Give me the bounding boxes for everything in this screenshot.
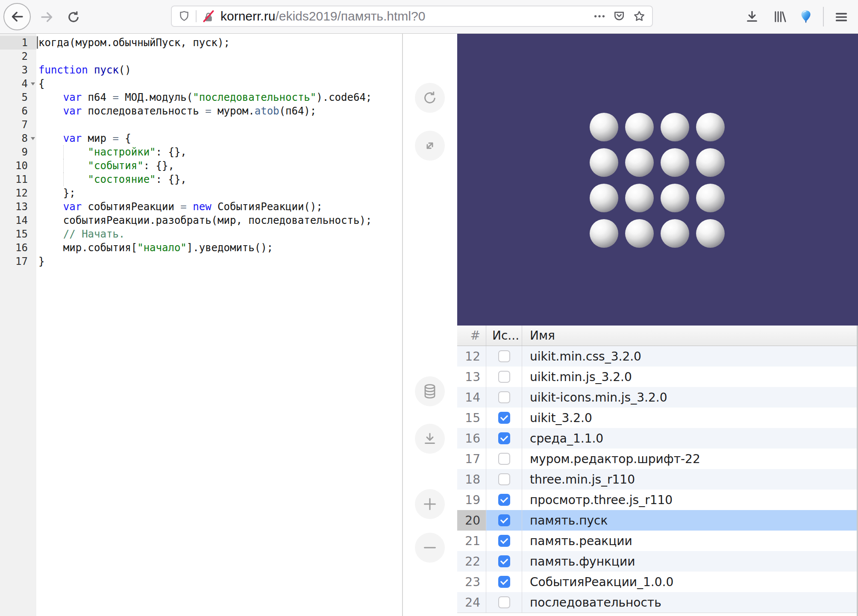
shield-icon[interactable] [178, 10, 191, 23]
checkbox-checked[interactable] [498, 412, 510, 424]
code-line[interactable] [36, 50, 402, 63]
gutter-line-number[interactable]: 7 [0, 118, 36, 132]
code-editor[interactable]: 1234567891011121314151617 когда(муром.об… [0, 34, 402, 616]
file-name: uikit.min.css_3.2.0 [522, 346, 858, 367]
code-line[interactable]: var последовательность = муром.atob(п64)… [36, 104, 402, 118]
code-line[interactable]: var мир = { [36, 132, 402, 145]
add-button[interactable] [415, 489, 445, 519]
gutter-line-number[interactable]: 17 [0, 255, 36, 268]
checkbox-unchecked[interactable] [498, 453, 510, 465]
gutter-line-number[interactable]: 13 [0, 200, 36, 214]
minus-icon [421, 539, 438, 556]
gutter-line-number[interactable]: 4 [0, 77, 36, 91]
code-token: (п64); [279, 105, 317, 117]
forward-button[interactable] [39, 9, 55, 25]
database-button[interactable] [415, 376, 445, 406]
table-row[interactable]: 24последовательность [457, 592, 858, 613]
url-bar[interactable]: kornerr.ru/ekids2019/память.html?0 [171, 6, 653, 27]
gutter-line-number[interactable]: 12 [0, 186, 36, 200]
table-row[interactable]: 12uikit.min.css_3.2.0 [457, 346, 858, 367]
table-row[interactable]: 17муром.редактор.шрифт-22 [457, 449, 858, 469]
code-line[interactable]: function пуск() [36, 63, 402, 77]
checkbox-checked[interactable] [498, 432, 510, 444]
gutter-line-number[interactable]: 5 [0, 91, 36, 104]
gutter-line-number[interactable]: 10 [0, 159, 36, 173]
gutter-line-number[interactable]: 16 [0, 241, 36, 255]
code-line[interactable]: событияРеакции.разобрать(мир, последоват… [36, 214, 402, 227]
checkbox-unchecked[interactable] [498, 371, 510, 383]
code-line[interactable]: var п64 = МОД.модуль("последовательность… [36, 91, 402, 104]
code-line[interactable] [36, 118, 402, 132]
table-row[interactable]: 15uikit_3.2.0 [457, 408, 858, 428]
gutter-line-number[interactable]: 8 [0, 132, 36, 145]
code-token: { [119, 132, 131, 144]
code-line[interactable]: // Начать. [36, 227, 402, 241]
code-token [38, 201, 63, 213]
table-row[interactable]: 23СобытияРеакции_1.0.0 [457, 572, 858, 592]
back-button[interactable] [3, 3, 31, 30]
checkbox-checked[interactable] [498, 514, 510, 526]
table-row[interactable]: 22память.функции [457, 551, 858, 572]
checkbox-unchecked[interactable] [498, 596, 510, 608]
table-row[interactable]: 20память.пуск [457, 510, 858, 531]
gutter-line-number[interactable]: 9 [0, 145, 36, 159]
table-body: 12uikit.min.css_3.2.013uikit.min.js_3.2.… [457, 346, 858, 613]
gutter-line-number[interactable]: 11 [0, 173, 36, 186]
column-header-number[interactable]: # [457, 326, 486, 346]
gutter-line-number[interactable]: 15 [0, 227, 36, 241]
table-row[interactable]: 16среда_1.1.0 [457, 428, 858, 449]
code-line[interactable]: "события": {}, [36, 159, 402, 173]
checkbox-cell [486, 490, 522, 510]
downloads-button[interactable] [744, 9, 760, 24]
code-line[interactable]: "состояние": {}, [36, 173, 402, 186]
url-text[interactable]: kornerr.ru/ekids2019/память.html?0 [220, 9, 425, 23]
column-header-name[interactable]: Имя [522, 326, 858, 346]
sphere [625, 184, 654, 212]
table-row[interactable]: 13uikit.min.js_3.2.0 [457, 367, 858, 387]
table-row[interactable]: 18three.min.js_r110 [457, 469, 858, 490]
gutter-line-number[interactable]: 2 [0, 50, 36, 63]
gutter-line-number[interactable]: 3 [0, 63, 36, 77]
code-line[interactable]: мир.события["начало"].уведомить(); [36, 241, 402, 255]
checkbox-checked[interactable] [498, 576, 510, 588]
column-header-use[interactable]: Ис... [486, 326, 522, 346]
menu-button[interactable] [834, 10, 849, 24]
bookmark-star-icon[interactable] [632, 9, 646, 23]
checkbox-unchecked[interactable] [498, 391, 510, 403]
checkbox-unchecked[interactable] [498, 350, 510, 362]
checkbox-unchecked[interactable] [498, 473, 510, 485]
code-line[interactable]: когда(муром.обычныйПуск, пуск); [36, 36, 402, 50]
checkbox-checked[interactable] [498, 494, 510, 506]
table-row[interactable]: 19просмотр.three.js_r110 [457, 490, 858, 510]
download-module-button[interactable] [415, 424, 445, 454]
fold-arrow-icon[interactable] [31, 137, 35, 140]
row-number: 22 [457, 551, 486, 572]
extension-gem-icon[interactable] [799, 9, 813, 24]
gutter-line-number[interactable]: 14 [0, 214, 36, 227]
table-row[interactable]: 21память.реакции [457, 531, 858, 551]
code-line[interactable]: "настройки": {}, [36, 145, 402, 159]
table-row[interactable]: 14uikit-icons.min.js_3.2.0 [457, 387, 858, 408]
expand-button[interactable] [415, 131, 445, 161]
checkbox-cell [486, 510, 522, 531]
fold-arrow-icon[interactable] [31, 82, 35, 85]
gutter-line-number[interactable]: 1 [0, 36, 36, 50]
reload-button[interactable] [66, 10, 81, 24]
code-line[interactable]: { [36, 77, 402, 91]
code-line[interactable]: var событияРеакции = new СобытияРеакции(… [36, 200, 402, 214]
insecure-lock-icon[interactable] [202, 9, 215, 23]
code-token [88, 64, 94, 76]
code-token: мир [82, 132, 112, 144]
hamburger-icon [834, 10, 849, 24]
refresh-button[interactable] [415, 83, 445, 113]
webgl-canvas[interactable] [457, 34, 858, 326]
code-line[interactable]: }; [36, 186, 402, 200]
checkbox-checked[interactable] [498, 555, 510, 567]
page-actions-icon[interactable] [593, 10, 606, 23]
code-line[interactable]: } [36, 255, 402, 268]
checkbox-checked[interactable] [498, 535, 510, 547]
pocket-icon[interactable] [612, 9, 626, 23]
gutter-line-number[interactable]: 6 [0, 104, 36, 118]
remove-button[interactable] [415, 533, 445, 563]
library-button[interactable] [772, 9, 787, 24]
